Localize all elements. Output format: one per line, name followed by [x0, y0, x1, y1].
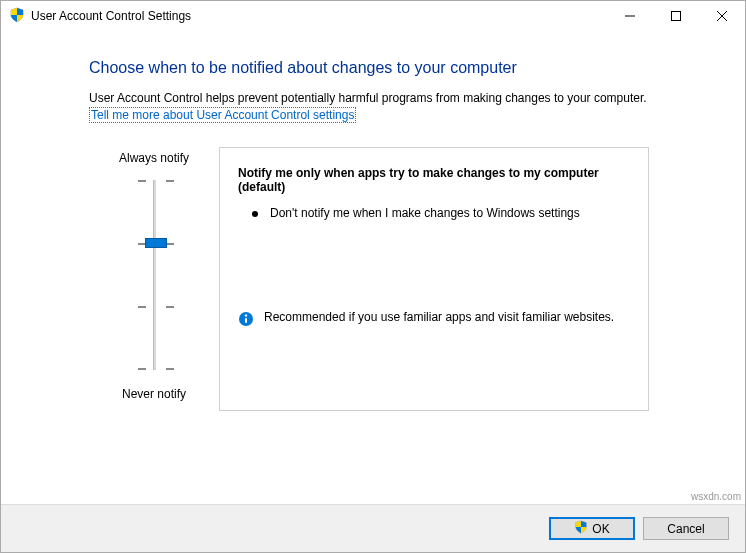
main-area: Always notify Never notify Notify me onl… [89, 147, 699, 411]
slider-tick [138, 306, 174, 308]
learn-more-link[interactable]: Tell me more about User Account Control … [89, 107, 356, 123]
ok-button-label: OK [592, 522, 609, 536]
ok-button[interactable]: OK [549, 517, 635, 540]
titlebar: User Account Control Settings [1, 1, 745, 31]
shield-icon [9, 7, 25, 26]
cancel-button[interactable]: Cancel [643, 517, 729, 540]
slider-label-always: Always notify [119, 151, 189, 165]
slider-label-never: Never notify [122, 387, 186, 401]
minimize-button[interactable] [607, 1, 653, 31]
window-title: User Account Control Settings [31, 9, 607, 23]
bullet-text: Don't notify me when I make changes to W… [270, 206, 580, 220]
maximize-button[interactable] [653, 1, 699, 31]
button-bar: OK Cancel [1, 504, 745, 552]
cancel-button-label: Cancel [667, 522, 704, 536]
shield-icon [574, 520, 588, 537]
recommendation-text: Recommended if you use familiar apps and… [264, 310, 614, 324]
window-controls [607, 1, 745, 31]
recommendation-row: Recommended if you use familiar apps and… [238, 310, 630, 330]
svg-point-5 [245, 314, 247, 316]
notification-level-title: Notify me only when apps try to make cha… [238, 166, 630, 194]
bullet-item: Don't notify me when I make changes to W… [252, 206, 630, 220]
watermark: wsxdn.com [691, 491, 741, 502]
content-area: Choose when to be notified about changes… [1, 31, 745, 411]
bullet-icon [252, 211, 258, 217]
page-heading: Choose when to be notified about changes… [89, 59, 699, 77]
info-icon [238, 311, 254, 330]
notification-slider[interactable] [134, 175, 174, 375]
slider-track [153, 180, 156, 370]
info-panel: Notify me only when apps try to make cha… [219, 147, 649, 411]
page-description: User Account Control helps prevent poten… [89, 91, 699, 105]
slider-tick [138, 368, 174, 370]
svg-rect-6 [245, 318, 247, 323]
close-button[interactable] [699, 1, 745, 31]
slider-thumb[interactable] [145, 238, 167, 248]
slider-column: Always notify Never notify [89, 147, 219, 411]
svg-rect-1 [672, 12, 681, 21]
slider-tick [138, 180, 174, 182]
